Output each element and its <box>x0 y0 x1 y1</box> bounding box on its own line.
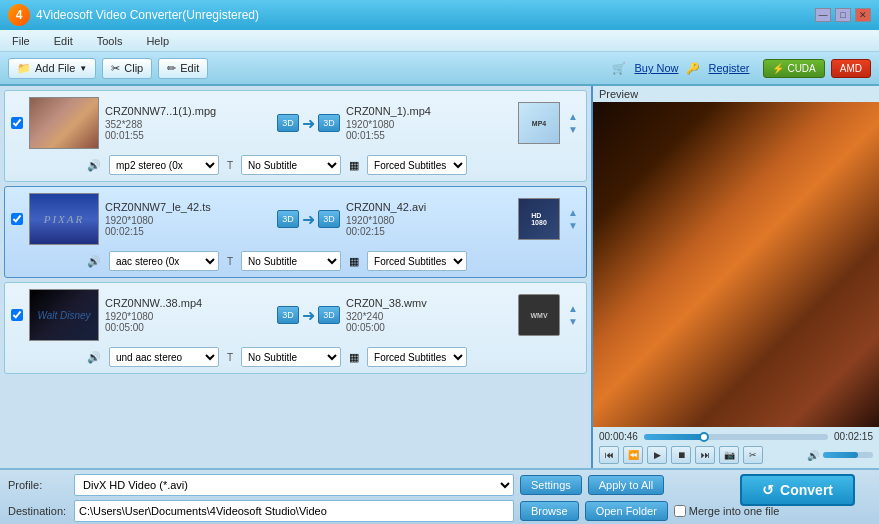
input-resolution: 352*288 <box>105 119 271 130</box>
amd-button[interactable]: AMD <box>831 59 871 78</box>
audio-icon: 🔊 <box>87 351 101 364</box>
dropdown-arrow-icon: ▼ <box>79 64 87 73</box>
file-checkbox[interactable] <box>11 309 23 321</box>
time-current: 00:00:46 <box>599 431 638 442</box>
window-controls: — □ ✕ <box>815 8 871 22</box>
edit-button[interactable]: ✏ Edit <box>158 58 208 79</box>
output-info: CRZ0NN_42.avi 1920*1080 00:02:15 <box>346 201 512 237</box>
right-arrow-icon: ➜ <box>302 306 315 325</box>
destination-label: Destination: <box>8 505 68 517</box>
output-resolution: 320*240 <box>346 311 512 322</box>
buy-now-link[interactable]: Buy Now <box>634 62 678 74</box>
file-item-bottom: 🔊 aac stereo (0x T No Subtitle ▦ Forced … <box>11 251 580 271</box>
chevron-down-icon: ▼ <box>568 124 578 135</box>
chevron-down-icon: ▼ <box>568 220 578 231</box>
scissors-icon: ✂ <box>111 62 120 75</box>
convert-button[interactable]: ↺ Convert <box>740 474 855 506</box>
convert-small-btn-1[interactable]: 3D <box>277 114 299 132</box>
destination-input[interactable] <box>74 500 514 522</box>
stop-button[interactable]: ⏹ <box>671 446 691 464</box>
convert-small-btn-1[interactable]: 3D <box>277 306 299 324</box>
progress-bar[interactable] <box>644 434 828 440</box>
collapse-button[interactable]: ▲ ▼ <box>566 207 580 231</box>
subtitle-icon: T <box>227 352 233 363</box>
menu-help[interactable]: Help <box>142 33 173 49</box>
key-icon: 🔑 <box>686 62 700 75</box>
top-right-btns: 🛒 Buy Now 🔑 Register <box>612 62 749 75</box>
output-resolution: 1920*1080 <box>346 119 512 130</box>
profile-select[interactable]: DivX HD Video (*.avi) <box>74 474 514 496</box>
clip-button[interactable]: ✂ <box>743 446 763 464</box>
input-filename: CRZ0NNW7..1(1).mpg <box>105 105 271 117</box>
file-checkbox[interactable] <box>11 213 23 225</box>
title-bar: 4 4Videosoft Video Converter(Unregistere… <box>0 0 879 30</box>
format-thumbnail: MP4 <box>518 102 560 144</box>
maximize-button[interactable]: □ <box>835 8 851 22</box>
convert-small-btn-2[interactable]: 3D <box>318 306 340 324</box>
subtitle-select[interactable]: No Subtitle <box>241 251 341 271</box>
audio-select[interactable]: mp2 stereo (0x <box>109 155 219 175</box>
output-duration: 00:05:00 <box>346 322 512 333</box>
app-logo: 4 <box>8 4 30 26</box>
convert-icon: ↺ <box>762 482 774 498</box>
chevron-up-icon: ▲ <box>568 303 578 314</box>
subtitle-select[interactable]: No Subtitle <box>241 155 341 175</box>
main-content: CRZ0NNW7..1(1).mpg 352*288 00:01:55 3D ➜… <box>0 86 879 468</box>
add-file-icon: 📁 <box>17 62 31 75</box>
forced-icon: ▦ <box>349 159 359 172</box>
audio-select[interactable]: und aac stereo <box>109 347 219 367</box>
register-link[interactable]: Register <box>708 62 749 74</box>
output-info: CRZ0N_38.wmv 320*240 00:05:00 <box>346 297 512 333</box>
settings-button[interactable]: Settings <box>520 475 582 495</box>
convert-small-btn-2[interactable]: 3D <box>318 210 340 228</box>
file-item-top: Walt Disney CRZ0NNW..38.mp4 1920*1080 00… <box>11 289 580 341</box>
audio-select[interactable]: aac stereo (0x <box>109 251 219 271</box>
minimize-button[interactable]: — <box>815 8 831 22</box>
volume-bar[interactable] <box>823 452 873 458</box>
file-info: CRZ0NNW..38.mp4 1920*1080 00:05:00 <box>105 297 271 333</box>
subtitle-select[interactable]: No Subtitle <box>241 347 341 367</box>
output-filename: CRZ0N_38.wmv <box>346 297 512 309</box>
play-button[interactable]: ▶ <box>647 446 667 464</box>
file-checkbox[interactable] <box>11 117 23 129</box>
menu-edit[interactable]: Edit <box>50 33 77 49</box>
menu-file[interactable]: File <box>8 33 34 49</box>
apply-to-all-button[interactable]: Apply to All <box>588 475 664 495</box>
progress-handle <box>699 432 709 442</box>
preview-video[interactable] <box>593 102 879 427</box>
right-arrow-icon: ➜ <box>302 114 315 133</box>
convert-small-btn-2[interactable]: 3D <box>318 114 340 132</box>
forced-icon: ▦ <box>349 255 359 268</box>
collapse-button[interactable]: ▲ ▼ <box>566 303 580 327</box>
rewind-button[interactable]: ⏪ <box>623 446 643 464</box>
file-item-top: PIXAR CRZ0NNW7_le_42.ts 1920*1080 00:02:… <box>11 193 580 245</box>
forced-subtitles-select[interactable]: Forced Subtitles <box>367 251 467 271</box>
clip-button[interactable]: ✂ Clip <box>102 58 152 79</box>
menu-tools[interactable]: Tools <box>93 33 127 49</box>
browse-button[interactable]: Browse <box>520 501 579 521</box>
convert-small-btn-1[interactable]: 3D <box>277 210 299 228</box>
screenshot-button[interactable]: 📷 <box>719 446 739 464</box>
merge-checkbox[interactable] <box>674 505 686 517</box>
cart-icon: 🛒 <box>612 62 626 75</box>
file-thumbnail: PIXAR <box>29 193 99 245</box>
prev-button[interactable]: ⏮ <box>599 446 619 464</box>
add-file-button[interactable]: 📁 Add File ▼ <box>8 58 96 79</box>
merge-label: Merge into one file <box>674 505 780 517</box>
preview-panel: Preview 00:00:46 00:02:15 ⏮ ⏪ ▶ ⏹ ⏭ 📷 ✂ <box>591 86 879 468</box>
time-total: 00:02:15 <box>834 431 873 442</box>
input-duration: 00:02:15 <box>105 226 271 237</box>
open-folder-button[interactable]: Open Folder <box>585 501 668 521</box>
forced-subtitles-select[interactable]: Forced Subtitles <box>367 155 467 175</box>
right-arrow-icon: ➜ <box>302 210 315 229</box>
cuda-button[interactable]: ⚡ CUDA <box>763 59 824 78</box>
collapse-button[interactable]: ▲ ▼ <box>566 111 580 135</box>
convert-arrow-area: 3D ➜ 3D <box>277 114 340 133</box>
file-item-top: CRZ0NNW7..1(1).mpg 352*288 00:01:55 3D ➜… <box>11 97 580 149</box>
close-button[interactable]: ✕ <box>855 8 871 22</box>
input-filename: CRZ0NNW7_le_42.ts <box>105 201 271 213</box>
time-bar: 00:00:46 00:02:15 <box>599 431 873 442</box>
forced-subtitles-select[interactable]: Forced Subtitles <box>367 347 467 367</box>
menu-bar: File Edit Tools Help <box>0 30 879 52</box>
next-button[interactable]: ⏭ <box>695 446 715 464</box>
